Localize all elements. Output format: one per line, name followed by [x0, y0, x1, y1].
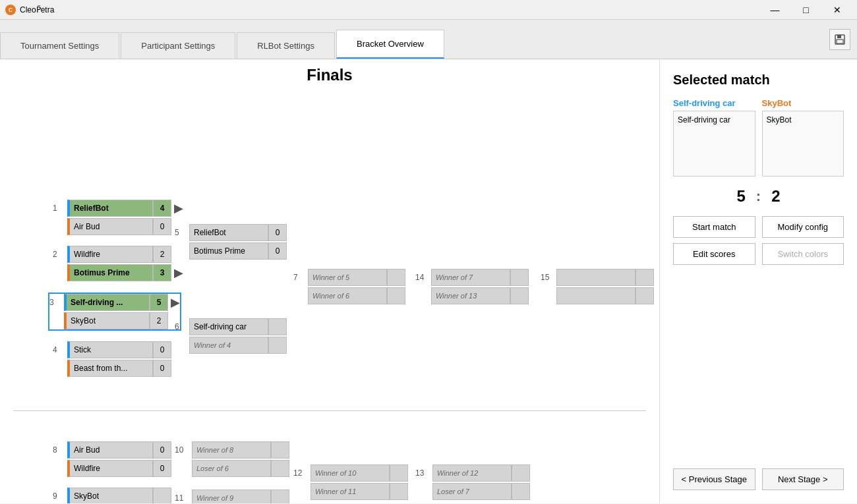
match-2-number: 2: [53, 250, 65, 259]
match-12-p1-score: [390, 464, 408, 482]
match-13-p1-score: [512, 464, 530, 482]
match-1-number: 1: [53, 204, 65, 213]
match-2-p1-name: Wildfire: [67, 246, 153, 263]
match-5-p1-score: 0: [268, 224, 287, 241]
match-9-number: 9: [53, 491, 65, 501]
match-13-p1-name: Winner of 12: [432, 464, 512, 482]
match-3-number: 3: [49, 298, 61, 307]
action-buttons-row2: Edit scores Switch colors: [673, 243, 844, 265]
edit-scores-button[interactable]: Edit scores: [673, 243, 755, 265]
tab-tournament-settings[interactable]: Tournament Settings: [0, 32, 119, 59]
player2-name: SkyBot: [762, 98, 844, 108]
match-3-p2-score: 2: [150, 312, 168, 329]
match-10-p2-score: [271, 460, 289, 477]
match-1-p2-name: Air Bud: [67, 218, 153, 235]
match-10-p1-score: [271, 441, 289, 459]
match-7[interactable]: 7 Winner of 5 Winner of 6: [293, 269, 405, 304]
action-buttons-row1: Start match Modify config: [673, 216, 844, 238]
player1-box: Self-driving car: [673, 111, 755, 177]
match-4-p2-score: 0: [153, 360, 171, 377]
modify-config-button[interactable]: Modify config: [762, 216, 844, 238]
match-12-p1-name: Winner of 10: [310, 464, 390, 482]
match-2[interactable]: 2 Wildfire 2 Botimus Prime 3 ▶: [53, 246, 183, 281]
stage-navigation: < Previous Stage Next Stage >: [673, 468, 844, 490]
player1-card: Self-driving car Self-driving car: [673, 98, 755, 177]
match-4[interactable]: 4 Stick 0 Beast from th... 0: [53, 341, 171, 377]
match-6-p2-score: [268, 337, 287, 354]
match-12[interactable]: 12 Winner of 10 Winner of 11: [293, 464, 408, 500]
match-14-number: 14: [415, 273, 428, 282]
match-8-p1-name: Air Bud: [67, 441, 153, 459]
match-15[interactable]: 15: [541, 269, 654, 304]
match-13-p2-score: [512, 483, 530, 500]
match-4-number: 4: [53, 345, 65, 354]
match-10-number: 10: [175, 445, 189, 455]
bracket-area: Finals 1 ReliefBot 4 ▶ Air Bud: [0, 59, 659, 503]
selected-match-title: Selected match: [673, 72, 844, 88]
match-15-p2-name: [556, 287, 635, 304]
save-button[interactable]: [829, 29, 850, 50]
close-button[interactable]: ✕: [822, 0, 852, 20]
score-player1: 5: [736, 187, 745, 206]
start-match-button[interactable]: Start match: [673, 216, 755, 238]
player2-box: SkyBot: [762, 111, 844, 177]
match-2-p2-name: Botimus Prime: [67, 264, 153, 281]
match-12-number: 12: [293, 468, 308, 478]
match-6-number: 6: [175, 322, 187, 331]
match-10-p2-name: Loser of 6: [192, 460, 271, 477]
tab-participant-settings[interactable]: Participant Settings: [121, 32, 235, 59]
match-14-p1-name: Winner of 7: [431, 269, 510, 286]
previous-stage-button[interactable]: < Previous Stage: [673, 468, 755, 490]
match-8-number: 8: [53, 445, 65, 455]
tab-rlbot-settings[interactable]: RLBot Settings: [237, 32, 335, 59]
match-7-p1-score: [387, 269, 405, 286]
match-11[interactable]: 11 Winner of 9 Loser of 5: [175, 490, 289, 503]
match-6[interactable]: 6 Self-driving car Winner of 4: [175, 318, 287, 354]
match-15-p1-name: [556, 269, 635, 286]
section-divider: [13, 410, 646, 411]
match-5-p2-score: 0: [268, 242, 287, 260]
match-5-p2-name: Botimus Prime: [189, 242, 268, 260]
match-players: Self-driving car Self-driving car SkyBot…: [673, 98, 844, 177]
match-5[interactable]: 5 ReliefBot 0 Botimus Prime 0: [175, 224, 287, 260]
match-9-p1-score: [153, 488, 171, 503]
minimize-button[interactable]: —: [760, 0, 790, 20]
match-2-arrow: ▶: [174, 266, 183, 280]
player1-box-content: Self-driving car: [678, 115, 730, 125]
match-6-p1-name: Self-driving car: [189, 318, 268, 335]
match-13[interactable]: 13 Winner of 12 Loser of 7: [415, 464, 530, 500]
match-7-p1-name: Winner of 5: [308, 269, 387, 286]
match-9[interactable]: 9 SkyBot Loser of 4: [53, 488, 171, 503]
match-10[interactable]: 10 Winner of 8 Loser of 6: [175, 441, 289, 477]
match-12-p2-score: [390, 483, 408, 500]
match-3-p2-name: SkyBot: [64, 312, 150, 329]
match-1-p1-score: 4: [153, 200, 171, 217]
app-title: CleoP̈etra: [20, 5, 54, 14]
match-11-p1-score: [271, 490, 289, 503]
selected-match-panel: Selected match Self-driving car Self-dri…: [659, 59, 857, 503]
player2-box-content: SkyBot: [767, 115, 792, 125]
tab-bar: Tournament Settings Participant Settings…: [0, 20, 857, 59]
match-1[interactable]: 1 ReliefBot 4 ▶ Air Bud 0: [53, 200, 183, 235]
tab-bracket-overview[interactable]: Bracket Overview: [336, 30, 444, 59]
match-1-p1-name: ReliefBot: [67, 200, 153, 217]
main-content: Finals 1 ReliefBot 4 ▶ Air Bud: [0, 59, 857, 503]
match-13-p2-name: Loser of 7: [432, 483, 512, 500]
match-3-arrow: ▶: [171, 295, 180, 310]
maximize-button[interactable]: □: [791, 0, 821, 20]
player1-name: Self-driving car: [673, 98, 755, 108]
match-6-p2-name: Winner of 4: [189, 337, 268, 354]
switch-colors-button[interactable]: Switch colors: [762, 243, 844, 265]
title-bar: C CleoP̈etra — □ ✕: [0, 0, 857, 20]
match-11-p1-name: Winner of 9: [192, 490, 271, 503]
match-8[interactable]: 8 Air Bud 0 Wildfire 0: [53, 441, 171, 477]
match-7-number: 7: [293, 273, 305, 282]
next-stage-button[interactable]: Next Stage >: [762, 468, 844, 490]
match-14[interactable]: 14 Winner of 7 Winner of 13: [415, 269, 529, 304]
match-14-p2-name: Winner of 13: [431, 287, 510, 304]
match-3[interactable]: 3 Self-driving ... 5 ▶ SkyBot 2: [49, 294, 180, 329]
window-controls: — □ ✕: [760, 0, 852, 20]
match-5-p1-name: ReliefBot: [189, 224, 268, 241]
finals-title: Finals: [13, 66, 646, 84]
match-2-p2-score: 3: [153, 264, 171, 281]
